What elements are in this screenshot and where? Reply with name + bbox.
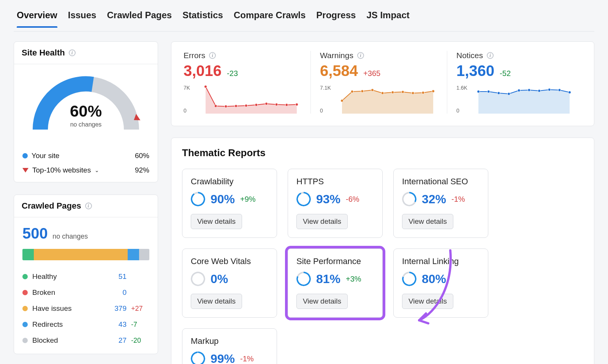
view-details-button[interactable]: View details — [296, 294, 348, 309]
view-details-button[interactable]: View details — [191, 214, 242, 229]
svg-point-20 — [477, 90, 480, 93]
thematic-card-title: Site Performance — [296, 256, 374, 266]
thematic-card-title: Internal Linking — [402, 256, 480, 266]
svg-point-10 — [341, 100, 344, 102]
svg-point-21 — [487, 90, 490, 93]
metric-value: 1,360 — [456, 62, 494, 79]
site-health-legend-row: Your site60% — [22, 149, 149, 163]
metric-errors[interactable]: Errorsi3,016-237K0 — [182, 51, 311, 114]
svg-point-28 — [558, 89, 561, 92]
thematic-card-delta: +9% — [240, 195, 256, 204]
info-icon[interactable]: i — [487, 52, 494, 59]
progress-ring-icon — [402, 272, 416, 286]
crawled-pages-label: Have issues — [32, 304, 105, 313]
svg-point-16 — [402, 91, 404, 93]
stackbar-segment-have-issues[interactable] — [34, 249, 128, 260]
spark-y-low: 0 — [456, 108, 459, 114]
crawled-pages-delta: -7 — [131, 321, 149, 329]
svg-point-1 — [214, 105, 217, 108]
svg-point-9 — [296, 103, 298, 106]
crawled-pages-label: Healthy — [32, 272, 105, 281]
svg-point-15 — [391, 91, 394, 94]
info-icon[interactable]: i — [85, 203, 92, 209]
metric-title: Warnings — [320, 51, 353, 60]
thematic-card-delta: -1% — [451, 195, 465, 204]
thematic-card-percent: 80% — [422, 272, 446, 286]
crawled-pages-value: 0 — [110, 288, 127, 297]
metric-notices[interactable]: Noticesi1,360-521.6K0 — [447, 51, 583, 114]
info-icon[interactable]: i — [357, 52, 364, 59]
view-details-button[interactable]: View details — [296, 214, 348, 229]
crawled-pages-label: Redirects — [32, 320, 105, 329]
tab-statistics[interactable]: Statistics — [182, 8, 223, 27]
crawled-pages-value: 43 — [110, 320, 127, 329]
metric-title: Errors — [184, 51, 205, 60]
svg-point-12 — [361, 90, 364, 93]
svg-point-26 — [538, 90, 541, 92]
stackbar-segment-redirects[interactable] — [128, 249, 139, 260]
tab-overview[interactable]: Overview — [17, 8, 57, 27]
thematic-card-delta: -1% — [240, 355, 254, 363]
tab-js-impact[interactable]: JS Impact — [366, 8, 409, 27]
crawled-pages-stackbar — [22, 249, 149, 260]
thematic-card-markup: Markup99%-1%View details — [182, 328, 277, 364]
thematic-reports-card: Thematic Reports Crawlability90%+9%View … — [171, 138, 594, 364]
thematic-card-delta: -6% — [346, 195, 359, 204]
legend-dot-icon — [22, 274, 28, 279]
crawled-pages-total: 500 — [22, 225, 48, 242]
metric-warnings[interactable]: Warningsi6,584+3657.1K0 — [311, 51, 447, 114]
thematic-card-percent: 99% — [211, 352, 235, 364]
tab-crawled-pages[interactable]: Crawled Pages — [107, 8, 172, 27]
svg-point-18 — [422, 92, 424, 94]
nav-tabs: OverviewIssuesCrawled PagesStatisticsCom… — [14, 0, 594, 32]
crawled-pages-row[interactable]: Redirects43-7 — [22, 317, 149, 332]
stackbar-segment-healthy[interactable] — [22, 249, 34, 260]
info-icon[interactable]: i — [209, 52, 216, 59]
svg-point-13 — [371, 89, 374, 92]
gauge-subtext: no changes — [29, 121, 143, 128]
thematic-card-percent: 90% — [211, 192, 235, 206]
spark-y-low: 0 — [320, 108, 323, 114]
view-details-button[interactable]: View details — [402, 294, 453, 309]
legend-dot-icon — [22, 322, 28, 327]
spark-y-low: 0 — [184, 108, 187, 114]
thematic-card-https: HTTPS93%-6%View details — [288, 169, 383, 238]
metric-sparkline: 7.1K0 — [320, 85, 438, 114]
tab-compare-crawls[interactable]: Compare Crawls — [234, 8, 306, 27]
svg-point-5 — [255, 104, 258, 106]
crawled-pages-subtext: no changes — [52, 233, 88, 240]
crawled-pages-row[interactable]: Blocked27-20 — [22, 332, 149, 348]
crawled-pages-row[interactable]: Broken0 — [22, 285, 149, 301]
svg-point-23 — [508, 93, 510, 95]
crawled-pages-row[interactable]: Have issues379+27 — [22, 301, 149, 317]
svg-point-29 — [568, 91, 571, 94]
svg-point-24 — [518, 89, 520, 92]
crawled-pages-row[interactable]: Healthy51 — [22, 269, 149, 285]
legend-dot-icon — [22, 306, 28, 311]
spark-y-high: 1.6K — [456, 85, 467, 91]
svg-point-25 — [528, 89, 530, 92]
svg-point-3 — [235, 105, 238, 108]
tab-issues[interactable]: Issues — [68, 8, 97, 27]
progress-ring-icon — [191, 192, 205, 206]
legend-value: 60% — [135, 152, 149, 160]
chevron-down-icon[interactable]: ⌄ — [95, 167, 99, 173]
legend-label: Top-10% websites — [32, 166, 91, 174]
stackbar-segment-blocked[interactable] — [139, 249, 149, 260]
site-health-gauge: 60% no changes — [29, 73, 143, 137]
thematic-reports-title: Thematic Reports — [171, 138, 594, 163]
info-icon[interactable]: i — [69, 49, 76, 56]
tab-progress[interactable]: Progress — [316, 8, 356, 27]
svg-point-4 — [245, 104, 247, 107]
thematic-card-crawlability: Crawlability90%+9%View details — [182, 169, 277, 238]
crawled-pages-value: 51 — [110, 272, 127, 281]
thematic-card-title: Crawlability — [191, 177, 268, 187]
progress-ring-icon — [191, 351, 205, 364]
view-details-button[interactable]: View details — [402, 214, 453, 229]
svg-point-2 — [225, 105, 227, 108]
top-metrics-card: Errorsi3,016-237K0Warningsi6,584+3657.1K… — [171, 41, 594, 126]
site-health-legend-row[interactable]: Top-10% websites⌄92% — [22, 163, 149, 177]
view-details-button[interactable]: View details — [191, 294, 242, 309]
thematic-card-percent: 93% — [316, 192, 340, 206]
crawled-pages-value: 379 — [110, 304, 127, 313]
